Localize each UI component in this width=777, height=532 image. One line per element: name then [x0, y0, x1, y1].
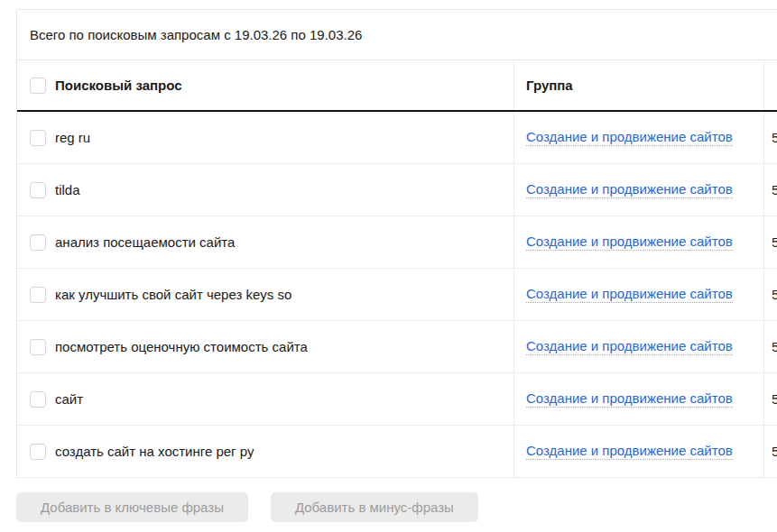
row-checkbox[interactable]	[30, 391, 46, 408]
row-cell-group: Создание и продвижение сайтов	[513, 269, 763, 320]
row-cell-value: 5	[763, 269, 777, 320]
row-cell-value: 5	[763, 164, 777, 216]
group-link[interactable]: Создание и продвижение сайтов	[526, 443, 733, 460]
row-cell-value: 5	[763, 112, 777, 163]
row-cell-group: Создание и продвижение сайтов	[513, 426, 763, 477]
row-checkbox[interactable]	[30, 130, 46, 146]
queries-table: Всего по поисковым запросам с 19.03.26 п…	[16, 9, 777, 478]
table-row: посмотреть оценочную стоимость сайта Соз…	[17, 321, 777, 373]
group-link[interactable]: Создание и продвижение сайтов	[526, 286, 733, 303]
row-cell-query: посмотреть оценочную стоимость сайта	[17, 321, 513, 372]
row-cell-query: tilda	[17, 164, 513, 216]
row-checkbox[interactable]	[30, 182, 46, 198]
row-cell-group: Создание и продвижение сайтов	[513, 164, 763, 216]
row-cell-query: анализ посещаемости сайта	[17, 216, 513, 268]
row-cell-query: сайт	[17, 373, 513, 425]
row-cell-group: Создание и продвижение сайтов	[513, 216, 763, 268]
row-value: 5	[772, 339, 777, 354]
group-link[interactable]: Создание и продвижение сайтов	[526, 234, 733, 251]
row-value: 5	[772, 287, 777, 302]
table-row: tilda Создание и продвижение сайтов 5	[17, 164, 777, 216]
row-cell-value: 5	[763, 373, 777, 425]
row-cell-value: 5	[763, 216, 777, 268]
query-text: создать сайт на хостинге рег ру	[55, 444, 254, 459]
group-link[interactable]: Создание и продвижение сайтов	[526, 338, 733, 355]
row-checkbox[interactable]	[30, 234, 46, 251]
add-to-minus-phrases-button[interactable]: Добавить в минус-фразы	[271, 492, 478, 522]
query-text: как улучшить свой сайт через keys so	[55, 287, 291, 302]
add-to-keywords-button[interactable]: Добавить в ключевые фразы	[16, 492, 248, 522]
row-checkbox[interactable]	[30, 287, 46, 303]
search-queries-report: Всего по поисковым запросам с 19.03.26 п…	[0, 0, 777, 522]
row-cell-group: Создание и продвижение сайтов	[513, 112, 763, 163]
table-caption-row: Всего по поисковым запросам с 19.03.26 п…	[17, 10, 777, 60]
row-value: 5	[772, 234, 777, 250]
column-header-group: Группа	[526, 78, 573, 93]
table-row: reg ru Создание и продвижение сайтов 5	[17, 112, 777, 164]
row-cell-query: создать сайт на хостинге рег ру	[17, 426, 513, 477]
header-cell-value	[763, 60, 777, 110]
row-cell-query: как улучшить свой сайт через keys so	[17, 269, 513, 320]
row-value: 5	[772, 444, 777, 459]
group-link[interactable]: Создание и продвижение сайтов	[526, 181, 733, 198]
header-cell-group: Группа	[513, 60, 763, 110]
row-checkbox[interactable]	[30, 444, 46, 460]
group-link[interactable]: Создание и продвижение сайтов	[526, 129, 733, 146]
row-value: 5	[772, 182, 777, 197]
summary-text: Всего по поисковым запросам с 19.03.26 п…	[30, 27, 362, 42]
row-cell-query: reg ru	[17, 112, 513, 163]
column-header-query: Поисковый запрос	[55, 78, 182, 93]
row-value: 5	[772, 391, 777, 407]
query-text: reg ru	[55, 130, 90, 145]
row-cell-group: Создание и продвижение сайтов	[513, 321, 763, 372]
row-value: 5	[772, 130, 777, 145]
select-all-checkbox[interactable]	[30, 78, 46, 94]
table-row: сайт Создание и продвижение сайтов 5	[17, 373, 777, 426]
table-row: как улучшить свой сайт через keys so Соз…	[17, 269, 777, 321]
group-link[interactable]: Создание и продвижение сайтов	[526, 390, 733, 408]
table-row: анализ посещаемости сайта Создание и про…	[17, 216, 777, 269]
table-body: reg ru Создание и продвижение сайтов 5 t…	[17, 112, 777, 478]
row-cell-value: 5	[763, 426, 777, 477]
query-text: сайт	[55, 391, 83, 407]
query-text: анализ посещаемости сайта	[55, 234, 235, 250]
header-cell-query: Поисковый запрос	[17, 60, 513, 110]
table-row: создать сайт на хостинге рег ру Создание…	[17, 426, 777, 478]
row-cell-value: 5	[763, 321, 777, 372]
row-checkbox[interactable]	[30, 339, 46, 355]
actions-bar: Добавить в ключевые фразы Добавить в мин…	[16, 492, 777, 522]
query-text: tilda	[55, 182, 80, 197]
query-text: посмотреть оценочную стоимость сайта	[55, 339, 308, 354]
row-cell-group: Создание и продвижение сайтов	[513, 373, 763, 425]
table-header-row: Поисковый запрос Группа	[17, 60, 777, 112]
